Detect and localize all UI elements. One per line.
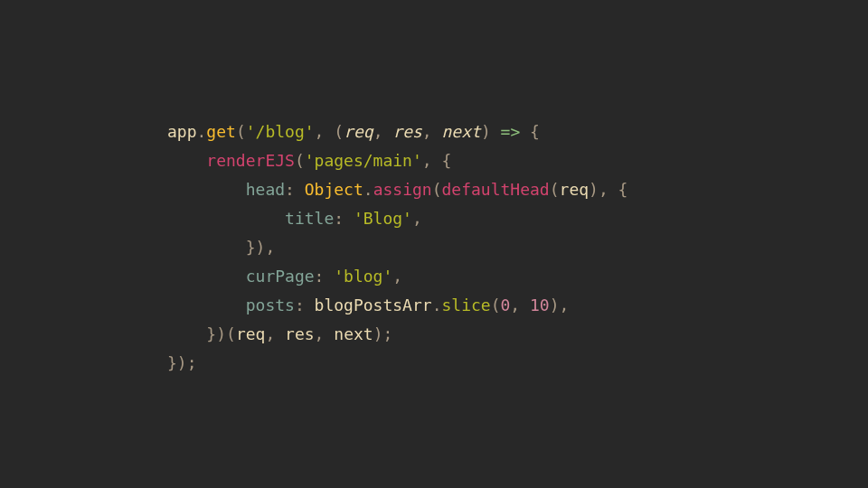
punct-open-brace: { (530, 122, 540, 141)
punct-open-brace: { (618, 180, 628, 199)
punct-open-paren: ( (295, 151, 305, 170)
punct-comma: , (599, 180, 618, 199)
code-line-3: head: Object.assign(defaultHead(req), { (167, 180, 627, 199)
punct-comma: , (422, 151, 442, 170)
punct-semicolon: ; (383, 324, 393, 343)
punct-comma: , (412, 209, 422, 228)
number-zero: 0 (501, 296, 511, 314)
ident-app: app (167, 122, 197, 141)
call-defaultHead: defaultHead (442, 180, 550, 199)
punct-close-brace: } (246, 238, 256, 257)
punct-dot: . (197, 122, 207, 141)
ident-req: req (560, 180, 590, 199)
ident-blogPostsArr: blogPostsArr (315, 296, 432, 314)
prop-title: title (285, 209, 334, 228)
string-route: '/blog' (246, 122, 315, 141)
string-blog-title: 'Blog' (354, 209, 412, 228)
punct-comma: , (510, 296, 530, 314)
code-line-8: })(req, res, next); (167, 324, 392, 343)
param-req: req (344, 122, 373, 141)
punct-dot: . (432, 296, 442, 314)
punct-open-paren: ( (226, 324, 236, 343)
punct-close-paren: ) (256, 238, 266, 257)
punct-colon: : (285, 180, 305, 199)
code-line-2: renderEJS('pages/main', { (167, 151, 451, 170)
punct-open-paren: ( (491, 296, 501, 314)
string-blog-val: 'blog' (334, 267, 392, 286)
punct-close-brace: } (206, 324, 216, 343)
punct-colon: : (315, 267, 335, 286)
punct-open-brace: { (441, 151, 451, 170)
punct-close-paren: ) (373, 324, 383, 343)
ident-next2: next (334, 324, 373, 343)
param-next: next (442, 122, 481, 141)
call-renderEJS: renderEJS (206, 151, 295, 170)
punct-comma: , (422, 122, 442, 141)
code-line-5: }), (167, 238, 275, 257)
punct-comma: , (373, 122, 393, 141)
punct-comma: , (315, 122, 335, 141)
string-pages-main: 'pages/main' (305, 151, 422, 170)
punct-comma: , (265, 238, 275, 257)
param-res: res (392, 122, 422, 141)
punct-open-paren: ( (334, 122, 344, 141)
punct-comma: , (560, 296, 570, 314)
ident-req2: req (236, 324, 266, 343)
punct-semicolon: ; (187, 353, 197, 372)
number-ten: 10 (530, 296, 550, 314)
punct-close-paren: ) (177, 353, 187, 372)
code-line-4: title: 'Blog', (167, 209, 422, 228)
punct-colon: : (334, 209, 354, 228)
punct-close-paren: ) (550, 296, 560, 314)
code-line-1: app.get('/blog', (req, res, next) => { (167, 122, 540, 141)
punct-close-paren: ) (216, 324, 226, 343)
code-line-6: curPage: 'blog', (167, 267, 402, 286)
punct-open-paren: ( (550, 180, 560, 199)
prop-head: head (246, 180, 285, 199)
punct-comma: , (265, 324, 285, 343)
punct-open-paren: ( (236, 122, 246, 141)
ident-res2: res (285, 324, 315, 343)
code-line-9: }); (167, 353, 197, 372)
punct-close-paren: ) (481, 122, 491, 141)
code-line-7: posts: blogPostsArr.slice(0, 10), (167, 296, 569, 314)
punct-close-paren: ) (589, 180, 599, 199)
punct-dot: . (363, 180, 373, 199)
punct-comma: , (315, 324, 335, 343)
method-get: get (206, 122, 236, 141)
punct-colon: : (295, 296, 315, 314)
prop-posts: posts (246, 296, 295, 314)
class-object: Object (305, 180, 363, 199)
prop-curPage: curPage (246, 267, 315, 286)
punct-close-brace: } (167, 353, 177, 372)
method-assign: assign (373, 180, 432, 199)
code-editor[interactable]: app.get('/blog', (req, res, next) => { r… (0, 0, 868, 378)
punct-comma: , (392, 267, 402, 286)
arrow: => (491, 122, 530, 141)
punct-open-paren: ( (432, 180, 442, 199)
method-slice: slice (441, 296, 490, 314)
